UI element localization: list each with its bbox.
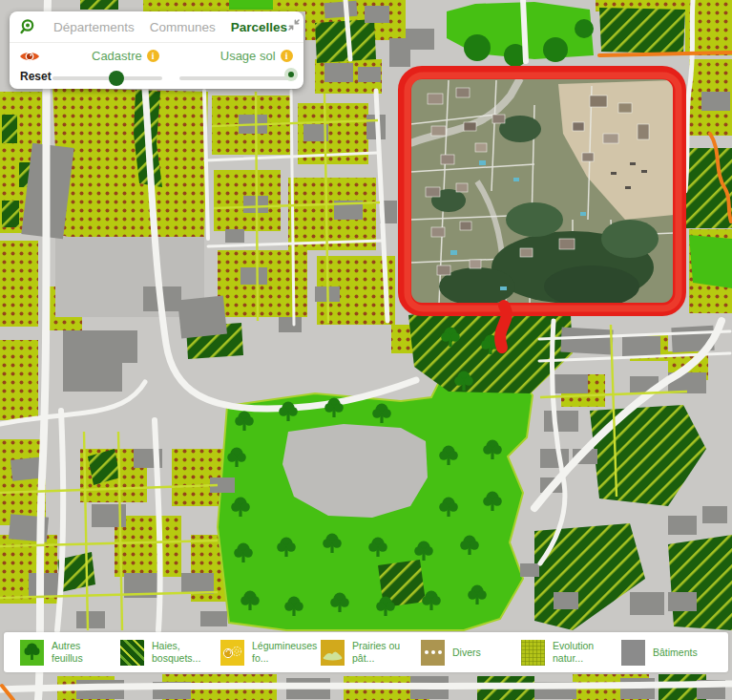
aerial-photo-overlay[interactable] [410, 78, 674, 308]
legend-label: Autres feuillus [52, 640, 104, 664]
layer-labels-row: Cadastre i Usage sol i [10, 43, 303, 67]
fine-grid-icon [521, 640, 545, 666]
tab-parcelles[interactable]: Parcelles [231, 20, 287, 34]
usage-sol-info-icon[interactable]: i [281, 50, 293, 62]
legend-item-batiments[interactable]: Bâtiments [605, 640, 705, 666]
map-legend: Autres feuillus Haies,bosquets... Légumi… [4, 632, 728, 672]
diagonal-stripes-icon [120, 640, 144, 666]
legend-label: Prairies oupât... [352, 640, 400, 664]
layer-control-panel: Départements Communes Parcelles Cadastre… [10, 11, 303, 89]
collapse-panel-icon[interactable] [287, 18, 301, 35]
cadastre-slider-label: Cadastre [92, 49, 142, 63]
map-canvas[interactable] [0, 0, 732, 700]
usage-sol-slider-label: Usage sol [220, 49, 276, 63]
legend-item-evolution[interactable]: Evolutionnatur... [505, 640, 605, 666]
three-dots-icon [421, 640, 445, 666]
cadastre-opacity-slider[interactable] [52, 76, 162, 80]
eye-icon[interactable] [19, 49, 40, 64]
legend-label: Bâtiments [653, 647, 698, 659]
cadastre-info-icon[interactable]: i [147, 50, 159, 62]
tab-departements[interactable]: Départements [53, 20, 135, 34]
legend-label: Divers [452, 647, 481, 659]
legend-item-divers[interactable]: Divers [405, 640, 505, 666]
legend-label: Evolutionnatur... [553, 640, 594, 664]
map-application: Départements Communes Parcelles Cadastre… [0, 0, 732, 700]
legend-item-haies-bosquets[interactable]: Haies,bosquets... [104, 640, 204, 666]
reset-button[interactable]: Reset [20, 70, 52, 83]
legend-item-prairies[interactable]: Prairies oupât... [304, 640, 405, 666]
panel-tab-row: Départements Communes Parcelles [10, 11, 303, 43]
tab-communes[interactable]: Communes [150, 20, 216, 34]
usage-sol-opacity-slider[interactable] [179, 76, 296, 80]
seed-circles-icon [220, 640, 244, 666]
search-icon[interactable] [19, 17, 38, 36]
tree-icon [20, 640, 44, 666]
sliders-row: Reset [10, 68, 303, 89]
legend-item-legumineuses[interactable]: Légumineusesfo... [204, 640, 304, 666]
meadow-mound-icon [321, 640, 345, 666]
legend-item-autres-feuillus[interactable]: Autres feuillus [4, 640, 104, 666]
plain-square-icon [621, 640, 645, 666]
legend-label: Haies,bosquets... [152, 640, 200, 664]
cadastre-slider-knob[interactable] [109, 71, 124, 86]
usage-sol-slider-knob[interactable] [284, 68, 298, 81]
